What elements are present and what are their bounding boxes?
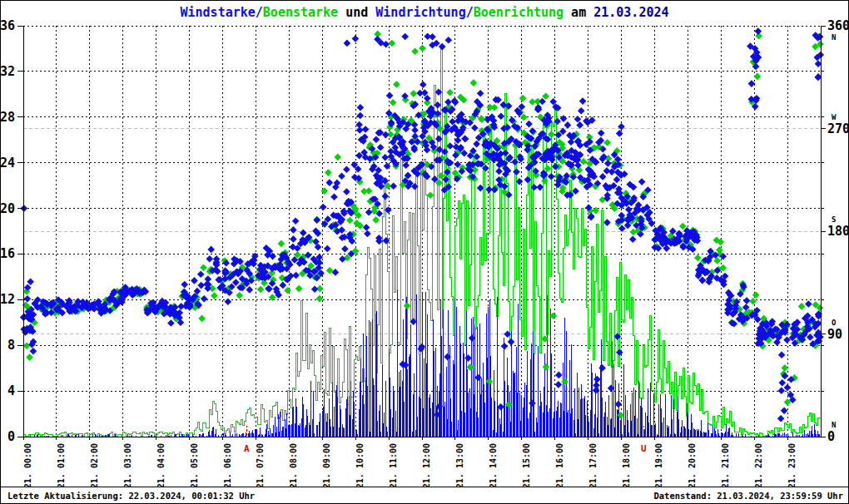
svg-text:21. 15:00: 21. 15:00 [522,443,531,488]
svg-text:36: 36 [1,18,15,33]
svg-text:21. 02:00: 21. 02:00 [90,443,99,488]
svg-text:21. 14:00: 21. 14:00 [489,443,498,488]
svg-text:21. 22:00: 21. 22:00 [754,443,763,488]
svg-text:21. 11:00: 21. 11:00 [389,443,398,488]
svg-text:S: S [832,215,836,224]
svg-text:21. 06:00: 21. 06:00 [223,443,232,488]
svg-text:21. 03:00: 21. 03:00 [123,443,132,488]
svg-text:21. 07:00: 21. 07:00 [256,443,265,488]
svg-text:U: U [641,443,647,454]
status-bar: Letzte Aktualisierung: 22.03.2024, 00:01… [1,487,848,503]
svg-text:21. 09:00: 21. 09:00 [322,443,331,488]
svg-text:21. 10:00: 21. 10:00 [355,443,365,488]
svg-text:270: 270 [827,121,849,136]
last-update-text: Letzte Aktualisierung: 22.03.2024, 00:01… [7,491,255,501]
wind-direction-strength-plot: 048121620242832360N90O180S270W360N21. 00… [1,1,849,504]
svg-text:0: 0 [7,429,15,444]
svg-text:21. 19:00: 21. 19:00 [654,443,663,488]
svg-text:21. 12:00: 21. 12:00 [422,443,431,488]
svg-text:180: 180 [827,224,849,239]
svg-text:360: 360 [827,18,849,33]
svg-text:A: A [244,443,250,454]
svg-text:21. 04:00: 21. 04:00 [156,443,166,488]
svg-text:21. 00:00: 21. 00:00 [23,443,32,488]
svg-text:21. 20:00: 21. 20:00 [688,443,697,488]
svg-text:W: W [832,113,837,121]
svg-text:28: 28 [1,110,15,125]
svg-text:21. 21:00: 21. 21:00 [721,443,730,488]
svg-text:4: 4 [7,383,15,398]
svg-text:12: 12 [1,292,15,307]
svg-text:16: 16 [1,246,15,261]
svg-text:24: 24 [1,156,15,170]
svg-text:N: N [832,421,836,429]
svg-text:N: N [832,33,836,42]
svg-text:21. 13:00: 21. 13:00 [455,443,464,488]
svg-text:8: 8 [7,338,15,353]
svg-text:O: O [832,319,837,327]
data-state-text: Datenstand: 21.03.2024, 23:59:59 Uhr [653,491,843,501]
svg-text:21. 01:00: 21. 01:00 [57,443,66,488]
svg-text:21. 23:00: 21. 23:00 [787,443,797,488]
svg-text:0: 0 [827,429,835,444]
svg-text:21. 18:00: 21. 18:00 [622,443,631,488]
svg-text:21. 08:00: 21. 08:00 [289,443,298,488]
svg-text:32: 32 [1,64,15,79]
svg-text:21. 05:00: 21. 05:00 [190,443,199,488]
svg-text:21. 17:00: 21. 17:00 [588,443,598,488]
svg-text:21. 16:00: 21. 16:00 [555,443,564,488]
weather-chart-window: Windstarke/Boenstarke und Windrichtung/B… [0,0,849,504]
svg-text:90: 90 [827,327,842,342]
svg-text:20: 20 [1,201,15,216]
